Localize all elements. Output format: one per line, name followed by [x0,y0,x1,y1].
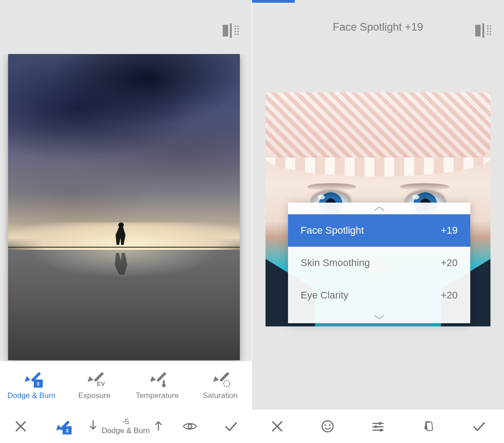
brush-label: Saturation [202,391,238,400]
brush-label: Temperature [136,391,179,400]
left-bottombar: -5 Dodge & Burn [0,410,252,443]
right-bottombar [252,410,504,443]
param-label: Eye Clarity [301,289,348,301]
svg-point-23 [490,33,491,35]
visibility-toggle[interactable] [169,419,211,434]
svg-point-6 [234,31,236,32]
adjustment-title: Face Spotlight +19 [333,21,423,33]
parameter-panel[interactable]: Face Spotlight +19 Skin Smoothing +20 Ey… [288,203,470,323]
compare-icon[interactable] [474,23,492,39]
right-canvas[interactable]: Face Spotlight +19 Skin Smoothing +20 Ey… [252,54,504,410]
svg-point-19 [490,28,491,29]
svg-rect-31 [426,422,432,431]
thermometer-icon [159,380,168,388]
parameter-slider-track[interactable] [252,0,504,3]
svg-point-16 [487,25,488,27]
svg-point-7 [237,31,238,32]
left-canvas[interactable] [0,54,252,361]
svg-point-13 [188,425,192,428]
brush-dodge-burn[interactable]: Dodge & Burn [0,361,63,410]
left-topbar [0,0,252,54]
param-label: Skin Smoothing [301,257,370,269]
svg-rect-1 [230,23,232,38]
svg-point-18 [487,28,488,29]
arrow-down-icon[interactable] [88,420,98,433]
svg-rect-14 [475,25,481,36]
svg-point-12 [224,380,230,387]
face-tool-button[interactable] [302,419,353,434]
chevron-up-icon[interactable] [288,203,470,214]
dodge-burn-badge-icon [63,426,72,434]
svg-point-9 [237,33,238,35]
param-skin-smoothing[interactable]: Skin Smoothing +20 [288,247,470,279]
apply-button[interactable] [454,419,504,434]
param-face-spotlight[interactable]: Face Spotlight +19 [288,214,470,247]
stepper-readout: -5 Dodge & Burn [102,417,150,435]
apply-button[interactable] [210,419,252,434]
brush-selector-row: Dodge & Burn EV Exposure Temperature [0,361,252,410]
arrow-up-icon[interactable] [153,420,163,433]
svg-rect-29 [380,429,382,432]
left-photo[interactable] [8,54,240,360]
svg-rect-0 [223,25,228,36]
styles-button[interactable] [403,419,454,434]
svg-point-11 [162,384,166,387]
svg-point-22 [487,33,488,35]
svg-point-2 [234,25,236,27]
svg-rect-28 [374,425,377,428]
left-editor-pane: Dodge & Burn EV Exposure Temperature [0,0,252,443]
brush-label: Exposure [78,391,111,400]
svg-rect-10 [163,380,165,384]
compare-icon[interactable] [222,23,240,39]
svg-rect-15 [482,23,484,38]
svg-point-26 [329,424,331,426]
param-value: +20 [441,257,458,269]
cancel-button[interactable] [252,419,302,434]
svg-point-5 [237,28,238,29]
brush-strength-stepper[interactable]: -5 Dodge & Burn [82,417,169,435]
svg-point-17 [490,25,491,27]
brush-exposure[interactable]: EV Exposure [63,361,126,410]
dodge-burn-badge-icon [34,380,43,388]
svg-rect-27 [379,422,381,425]
brush-label: Dodge & Burn [7,391,55,400]
svg-point-24 [322,421,333,432]
param-eye-clarity[interactable]: Eye Clarity +20 [288,279,470,312]
svg-point-20 [487,31,488,32]
brush-saturation[interactable]: Saturation [189,361,252,410]
svg-point-25 [325,424,327,426]
svg-point-4 [234,28,236,29]
exposure-badge-icon: EV [97,380,106,388]
svg-point-21 [490,31,491,32]
chevron-down-icon[interactable] [288,312,470,323]
brush-temperature[interactable]: Temperature [126,361,189,410]
cancel-button[interactable] [0,419,41,434]
svg-point-8 [234,33,236,35]
param-label: Face Spotlight [301,225,364,236]
active-brush-icon[interactable] [41,419,83,434]
param-value: +20 [441,289,458,301]
aperture-icon [222,380,231,388]
param-value: +19 [441,225,458,236]
right-editor-pane: Face Spotlight +19 [252,0,504,443]
right-topbar: Face Spotlight +19 [252,0,504,54]
svg-point-3 [237,25,238,27]
sliders-button[interactable] [353,419,403,434]
